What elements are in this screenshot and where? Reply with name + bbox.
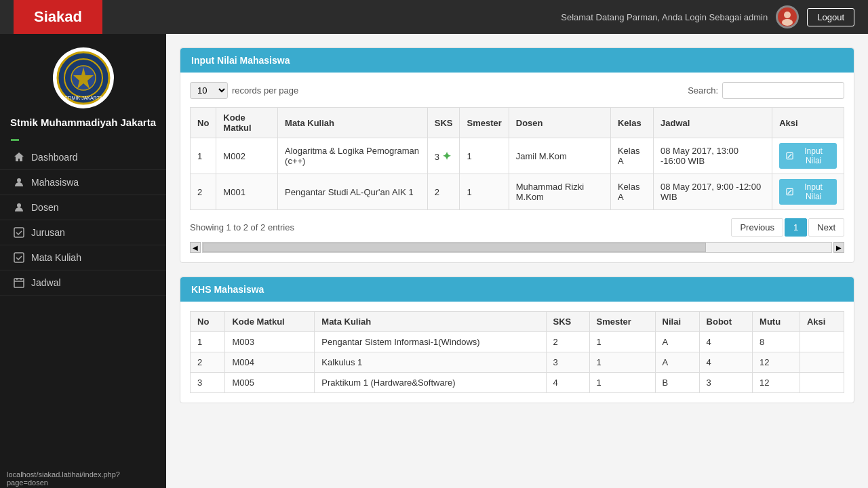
cell-smester: 1	[460, 138, 509, 174]
th-matkul: Mata Kuliah	[278, 108, 428, 138]
th-kelas: Kelas	[610, 108, 653, 138]
svg-line-17	[788, 154, 791, 157]
svg-point-1	[784, 12, 791, 18]
cell-mutu: 12	[753, 352, 800, 373]
cell-kelas: Kelas A	[610, 138, 653, 174]
sidebar-item-dosen[interactable]: Dosen	[0, 195, 166, 220]
khs-th-kode: Kode Matkul	[225, 312, 315, 332]
nilai-table-header-row: No Kode Matkul Mata Kuliah SKS Smester D…	[191, 108, 844, 138]
app-logo: Siakad	[14, 0, 102, 34]
khs-th-aksi: Aksi	[800, 312, 844, 332]
panel-khs-title: KHS Mahasiswa	[191, 284, 264, 295]
khs-th-smester: Smester	[589, 312, 655, 332]
scroll-track[interactable]	[202, 242, 832, 253]
next-button[interactable]: Next	[808, 218, 844, 237]
panel-nilai-title: Input Nilai Mahasiswa	[191, 55, 290, 66]
sidebar-item-dashboard[interactable]: Dashboard	[0, 145, 166, 170]
svg-point-2	[782, 19, 793, 26]
khs-th-no: No	[191, 312, 225, 332]
table-row: 1 M002 Alogaritma & Logika Pemograman (c…	[191, 138, 844, 174]
cell-jadwal: 08 May 2017, 13:00 -16:00 WIB	[654, 138, 772, 174]
pagination-btns: Previous 1 Next	[731, 218, 844, 237]
sidebar-label-matakuliah: Mata Kuliah	[31, 252, 81, 263]
sidebar-logo: STIMIK JAKARTA	[53, 47, 114, 108]
scroll-right-arrow[interactable]: ▶	[833, 242, 844, 253]
th-sks: SKS	[427, 108, 460, 138]
cell-nilai: A	[655, 332, 699, 352]
cell-aksi	[800, 373, 844, 393]
cell-mutu: 12	[753, 373, 800, 393]
page-1-button[interactable]: 1	[785, 218, 807, 237]
input-nilai-button-2[interactable]: Input Nilai	[779, 179, 837, 205]
cell-no: 1	[191, 332, 225, 352]
search-label: Search:	[688, 85, 718, 96]
cell-matkul: Pengantar Studi AL-Qur'an AIK 1	[278, 174, 428, 210]
table-controls: 10 25 50 100 records per page Search:	[190, 82, 844, 99]
records-select[interactable]: 10 25 50 100	[190, 82, 228, 99]
table-row: 3 M005 Praktikum 1 (Hardware&Software) 4…	[191, 373, 844, 393]
sidebar: STIMIK JAKARTA Stmik Muhammadiyah Jakart…	[0, 34, 166, 488]
cell-no: 2	[191, 352, 225, 373]
cell-no: 3	[191, 373, 225, 393]
cell-kode: M002	[216, 138, 278, 174]
user-icon	[14, 202, 24, 213]
th-smester: Smester	[460, 108, 509, 138]
khs-th-mutu: Mutu	[753, 312, 800, 332]
cell-bobot: 4	[699, 352, 753, 373]
cell-kode: M005	[225, 373, 315, 393]
cell-kode: M004	[225, 352, 315, 373]
sidebar-item-jurusan[interactable]: Jurusan	[0, 220, 166, 245]
search-input[interactable]	[722, 82, 844, 99]
cell-smester: 1	[460, 174, 509, 210]
sidebar-school-name: Stmik Muhammadiyah Jakarta	[3, 117, 163, 128]
khs-table-header-row: No Kode Matkul Mata Kuliah SKS Smester N…	[191, 312, 844, 332]
logout-button[interactable]: Logout	[807, 8, 854, 26]
cell-smester: 1	[589, 332, 655, 352]
cell-aksi	[800, 352, 844, 373]
th-jadwal: Jadwal	[654, 108, 772, 138]
th-aksi: Aksi	[772, 108, 844, 138]
sidebar-item-mahasiswa[interactable]: Mahasiswa	[0, 170, 166, 195]
cell-mutu: 8	[753, 332, 800, 352]
sidebar-item-jadwal[interactable]: Jadwal	[0, 270, 166, 296]
search-container: Search:	[688, 82, 844, 99]
cell-aksi: Input Nilai	[772, 138, 844, 174]
calendar-icon	[14, 277, 24, 288]
cell-matkul: Praktikum 1 (Hardware&Software)	[315, 373, 546, 393]
cell-kode: M003	[225, 332, 315, 352]
panel-khs-header: KHS Mahasiswa	[180, 277, 854, 302]
layout: STIMIK JAKARTA Stmik Muhammadiyah Jakart…	[0, 34, 868, 488]
svg-text:STIMIK JAKARTA: STIMIK JAKARTA	[64, 96, 102, 100]
cell-nilai: B	[655, 373, 699, 393]
showing-text: Showing 1 to 2 of 2 entries	[190, 222, 294, 232]
previous-button[interactable]: Previous	[731, 218, 783, 237]
svg-point-8	[17, 178, 21, 182]
records-label: records per page	[232, 85, 298, 96]
cell-kelas: Kelas A	[610, 174, 653, 210]
top-bar-right: Selamat Datang Parman, Anda Login Sebaga…	[561, 5, 854, 28]
th-kode: Kode Matkul	[216, 108, 278, 138]
khs-th-bobot: Bobot	[699, 312, 753, 332]
scrollbar-row: ◀ ▶	[190, 242, 844, 253]
svg-rect-11	[14, 253, 24, 262]
khs-th-sks: SKS	[546, 312, 589, 332]
input-nilai-button-1[interactable]: Input Nilai	[779, 143, 837, 169]
pagination-row: Showing 1 to 2 of 2 entries Previous 1 N…	[190, 218, 844, 237]
panel-khs: KHS Mahasiswa No Kode Matkul Mata Kuliah…	[180, 277, 854, 403]
sidebar-item-matakuliah[interactable]: Mata Kuliah	[0, 245, 166, 270]
main-content: Input Nilai Mahasiswa 10 25 50 100 recor…	[166, 34, 868, 488]
sidebar-label-mahasiswa: Mahasiswa	[31, 177, 79, 188]
cell-sks: 3	[546, 352, 589, 373]
table-row: 1 M003 Pengantar Sistem Informasi-1(Wind…	[191, 332, 844, 352]
khs-table: No Kode Matkul Mata Kuliah SKS Smester N…	[190, 311, 844, 393]
cell-bobot: 3	[699, 373, 753, 393]
cell-sks: 4	[546, 373, 589, 393]
panel-nilai-header: Input Nilai Mahasiswa	[180, 48, 854, 73]
svg-line-19	[788, 190, 791, 193]
table-row: 2 M001 Pengantar Studi AL-Qur'an AIK 1 2…	[191, 174, 844, 210]
panel-nilai-body: 10 25 50 100 records per page Search:	[180, 73, 854, 262]
edit-icon	[786, 152, 793, 160]
scroll-left-arrow[interactable]: ◀	[190, 242, 201, 253]
avatar	[776, 5, 799, 28]
svg-rect-12	[14, 279, 24, 287]
